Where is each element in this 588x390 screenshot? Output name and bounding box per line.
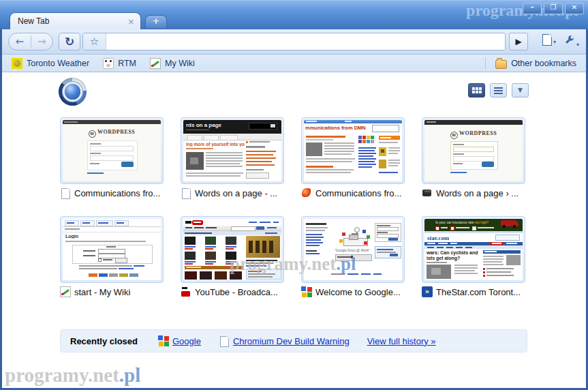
browser-window: { "window": { "controls": { "minimize": …: [0, 0, 588, 390]
thumbnail-caption-link[interactable]: start - My Wiki: [60, 286, 164, 297]
most-visited-tile: mmunications from DMN: [301, 117, 405, 198]
back-button[interactable]: ←: [9, 35, 31, 48]
thumbnail-title: Words on a page › ...: [436, 188, 519, 198]
tab-title: New Tab: [18, 16, 127, 26]
cow-favicon-icon: [103, 58, 114, 69]
thumbnail-caption-link[interactable]: Words on a page › ...: [422, 188, 525, 198]
thumbnail-image-google-docs[interactable]: "Google Docs @ Work": [304, 219, 402, 280]
bookmark-rtm[interactable]: RTM: [99, 58, 140, 69]
back-forward-buttons: ← →: [8, 33, 53, 50]
new-tab-page: ▼ W WORDPRESS: [2, 72, 586, 388]
page-favicon-icon: [182, 188, 191, 199]
most-visited-tile: "Google Docs @ Work": [301, 216, 405, 297]
minimize-button[interactable]: –: [523, 3, 542, 14]
bookmark-label: Toronto Weather: [27, 59, 89, 68]
omnibox: ☆: [82, 33, 506, 50]
thumbnail-link[interactable]: mmunications from DMN: [301, 117, 405, 184]
google-favicon-icon: [158, 335, 169, 346]
bookmark-star-icon[interactable]: ☆: [83, 33, 106, 50]
new-tab-button[interactable]: +: [145, 15, 167, 28]
google-favicon-icon: [301, 286, 312, 297]
bookmarks-bar: Toronto Weather RTM My Wiki Other bookma…: [2, 55, 586, 72]
thumbnail-image-wiki-login[interactable]: Login: [63, 219, 161, 280]
thumbnail-image-words-blog[interactable]: rds on a page ing more of yourself into …: [183, 120, 281, 181]
typewriter-favicon-icon: [422, 190, 431, 196]
recently-closed-chromium-warning[interactable]: Chromium Dev Build Warning: [219, 335, 350, 346]
wrench-icon: [563, 34, 575, 48]
window-controls: – ❐ ✕: [523, 3, 584, 14]
view-full-history-link[interactable]: View full history »: [367, 336, 436, 346]
grid-icon: [472, 87, 482, 93]
navigation-toolbar: ← → ↻ ☆ ▶ ▾ ▾: [2, 29, 586, 55]
maximize-button[interactable]: ❐: [544, 3, 563, 14]
recently-closed-link[interactable]: Google: [172, 336, 201, 346]
thumbnail-link[interactable]: Is your car insurance rate too high? sta…: [422, 216, 525, 283]
list-view-button[interactable]: [490, 83, 507, 97]
thumbnail-image-youtube[interactable]: [183, 219, 281, 280]
thumbnail-link[interactable]: W WORDPRESS: [422, 117, 525, 184]
thumbnail-link[interactable]: W WORDPRESS: [60, 117, 164, 184]
recently-closed-bar: Recently closed Google Chromium Dev Buil…: [60, 329, 527, 352]
thumbnail-caption-link[interactable]: Words on a page - ...: [181, 188, 284, 198]
most-visited-tile: W WORDPRESS Communications fro...: [60, 117, 164, 198]
thumbnail-title: start - My Wiki: [74, 287, 130, 297]
most-visited-grid: W WORDPRESS Communications fro...: [60, 117, 525, 297]
bookmark-label: RTM: [118, 59, 136, 68]
thumbnail-link[interactable]: [181, 216, 284, 283]
recently-closed-label: Recently closed: [70, 336, 138, 346]
thumbnail-title: TheStar.com Toront...: [436, 287, 521, 297]
page-icon: [542, 34, 552, 46]
chevron-down-icon: ▼: [518, 87, 523, 93]
other-bookmarks-label: Other bookmarks: [511, 59, 576, 68]
forward-button[interactable]: →: [31, 35, 52, 48]
go-button[interactable]: ▶: [509, 33, 528, 50]
thumbnail-caption-link[interactable]: Communications fro...: [60, 188, 164, 198]
most-visited-tile: Login: [60, 216, 164, 297]
address-bar-input[interactable]: [106, 33, 505, 50]
chromium-logo: [59, 78, 87, 106]
thumbnail-view-button[interactable]: [468, 83, 485, 97]
thumbnail-caption-link[interactable]: Communications fro...: [301, 188, 405, 198]
page-menu-button[interactable]: ▾: [542, 34, 556, 46]
thumbnail-link[interactable]: Login: [60, 216, 164, 283]
thumbnail-caption-link[interactable]: » TheStar.com Toront...: [422, 286, 525, 297]
most-visited-tile: W WORDPRESS Words on a page › ...: [422, 117, 525, 198]
most-visited-tile: rds on a page ing more of yourself into …: [181, 117, 284, 198]
thumbnail-link[interactable]: rds on a page ing more of yourself into …: [181, 117, 284, 184]
recently-closed-link[interactable]: Chromium Dev Build Warning: [233, 336, 350, 346]
page-favicon-icon: [61, 188, 70, 199]
tab-close-icon[interactable]: ×: [127, 17, 135, 26]
watermark-bottom-left: programy.net.pl: [5, 364, 140, 387]
most-visited-tile: Is your car insurance rate too high? sta…: [422, 216, 525, 297]
thumbnail-caption-link[interactable]: YouTube - Broadca...: [181, 286, 284, 297]
folder-icon: [495, 60, 507, 69]
recently-closed-google[interactable]: Google: [158, 335, 201, 346]
view-toggle-buttons: ▼: [468, 83, 529, 97]
bookmark-my-wiki[interactable]: My Wiki: [146, 58, 199, 69]
thumbnail-image-dmn-blog[interactable]: mmunications from DMN: [304, 120, 402, 181]
page-favicon-icon: [220, 336, 229, 347]
thumbnail-caption-link[interactable]: Welcome to Google...: [301, 286, 405, 297]
chevron-down-icon: ▾: [576, 42, 579, 48]
bookmark-toronto-weather[interactable]: Toronto Weather: [7, 58, 93, 69]
title-bar: programy.net.pl – ❐ ✕ New Tab × +: [0, 0, 588, 29]
thumbnail-title: Words on a page - ...: [195, 188, 277, 198]
bookmark-label: My Wiki: [165, 59, 195, 68]
thumbnail-image-wordpress-login[interactable]: W WORDPRESS: [424, 120, 523, 181]
wiki-favicon-icon: [60, 286, 71, 297]
other-bookmarks-button[interactable]: Other bookmarks: [491, 58, 581, 69]
dmn-favicon-icon: [302, 188, 311, 197]
close-button[interactable]: ✕: [565, 3, 584, 14]
thumbnail-title: YouTube - Broadca...: [195, 287, 278, 297]
tab-new-tab[interactable]: New Tab ×: [10, 12, 141, 29]
thumbnail-image-wordpress-login[interactable]: W WORDPRESS: [63, 120, 161, 181]
reload-button[interactable]: ↻: [59, 33, 80, 50]
bookmarks-divider: [485, 57, 486, 70]
thumbnail-title: Communications fro...: [315, 188, 401, 198]
thumbnail-image-thestar[interactable]: Is your car insurance rate too high? sta…: [424, 219, 523, 280]
wrench-menu-button[interactable]: ▾: [563, 34, 579, 48]
star-favicon-icon: »: [422, 286, 433, 297]
thumbnail-link[interactable]: "Google Docs @ Work": [301, 216, 405, 283]
collapse-section-button[interactable]: ▼: [512, 83, 529, 97]
most-visited-tile: YouTube - Broadca...: [181, 216, 284, 297]
